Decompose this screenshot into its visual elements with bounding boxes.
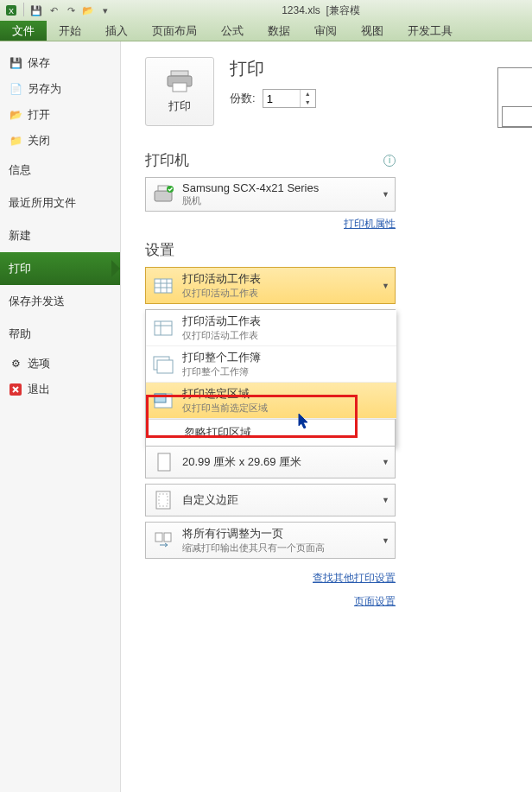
page-setup-link[interactable]: 页面设置 <box>145 594 396 609</box>
print-title: 打印 <box>230 57 316 80</box>
workbook-icon <box>151 352 175 377</box>
scaling-icon <box>151 529 175 553</box>
svg-rect-3 <box>171 71 188 76</box>
svg-rect-25 <box>164 533 171 542</box>
tab-formulas[interactable]: 公式 <box>209 21 256 41</box>
svg-rect-14 <box>155 321 172 335</box>
settings-section-title: 设置 <box>145 240 396 260</box>
qat-dropdown-icon[interactable]: ▾ <box>98 3 113 18</box>
svg-rect-9 <box>155 279 172 293</box>
saveas-icon: 📄 <box>9 82 22 96</box>
chevron-down-icon: ▼ <box>382 536 390 545</box>
close-icon: 📁 <box>9 134 22 148</box>
copies-spinner[interactable]: ▲▼ <box>263 89 316 108</box>
spinner-up-icon[interactable]: ▲ <box>301 90 315 98</box>
tab-file[interactable]: 文件 <box>0 21 47 41</box>
margins-dropdown[interactable]: 自定义边距 ▼ <box>145 484 396 516</box>
other-settings-link[interactable]: 查找其他打印设置 <box>145 571 396 586</box>
nav-close[interactable]: 📁关闭 <box>0 128 120 154</box>
window-title: 1234.xls [兼容模 <box>113 3 529 18</box>
info-icon[interactable]: i <box>383 155 396 167</box>
nav-recent[interactable]: 最近所用文件 <box>0 187 120 219</box>
app-icon[interactable]: X <box>3 3 19 18</box>
svg-rect-21 <box>158 453 170 471</box>
printer-section-title: 打印机i <box>145 150 396 170</box>
svg-rect-24 <box>155 533 162 542</box>
svg-rect-20 <box>155 394 166 402</box>
printer-icon <box>164 69 195 93</box>
nav-exit[interactable]: 退出 <box>0 377 120 402</box>
nav-open[interactable]: 📂打开 <box>0 102 120 128</box>
tab-review[interactable]: 审阅 <box>302 21 349 41</box>
margins-icon <box>151 488 175 512</box>
sheet-icon <box>151 316 175 340</box>
options-icon: ⚙ <box>9 357 22 371</box>
printer-device-icon <box>151 182 175 206</box>
chevron-down-icon: ▼ <box>382 190 390 199</box>
qat-undo-icon[interactable]: ↶ <box>46 3 61 18</box>
exit-icon <box>9 383 22 396</box>
copies-input[interactable] <box>263 92 300 105</box>
qat-open-icon[interactable]: 📂 <box>80 3 96 18</box>
tab-data[interactable]: 数据 <box>256 21 302 41</box>
nav-saveas[interactable]: 📄另存为 <box>0 76 120 102</box>
qat-save-icon[interactable]: 💾 <box>28 3 44 18</box>
scaling-dropdown[interactable]: 将所有行调整为一页缩减打印输出使其只有一个页面高 ▼ <box>145 522 396 559</box>
chevron-down-icon: ▼ <box>382 282 390 290</box>
nav-new[interactable]: 新建 <box>0 219 120 252</box>
svg-rect-18 <box>157 360 173 373</box>
tab-view[interactable]: 视图 <box>349 21 396 41</box>
chevron-down-icon: ▼ <box>382 458 390 466</box>
nav-help[interactable]: 帮助 <box>0 318 120 351</box>
save-icon: 💾 <box>9 56 22 70</box>
qat-redo-icon[interactable]: ↷ <box>63 3 79 18</box>
popup-opt-selection[interactable]: 打印选定区域仅打印当前选定区域 <box>146 383 396 419</box>
svg-text:X: X <box>9 7 14 16</box>
popup-opt-active-sheet[interactable]: 打印活动工作表仅打印活动工作表 <box>146 310 396 346</box>
nav-share[interactable]: 保存并发送 <box>0 285 120 318</box>
print-what-dropdown[interactable]: 打印活动工作表 仅打印活动工作表 ▼ <box>145 267 396 304</box>
popup-ignore-print-area[interactable]: 忽略打印区域 <box>146 419 395 446</box>
tab-insert[interactable]: 插入 <box>93 21 140 41</box>
tab-pagelayout[interactable]: 页面布局 <box>140 21 209 41</box>
chevron-down-icon: ▼ <box>382 496 390 504</box>
popup-opt-workbook[interactable]: 打印整个工作簿打印整个工作簿 <box>146 346 396 383</box>
paper-dropdown[interactable]: 20.99 厘米 x 29.69 厘米 ▼ <box>145 447 396 478</box>
printer-properties-link[interactable]: 打印机属性 <box>145 217 396 231</box>
copies-label: 份数: <box>230 91 256 106</box>
print-button[interactable]: 打印 <box>145 57 214 126</box>
nav-options[interactable]: ⚙选项 <box>0 351 120 377</box>
tab-home[interactable]: 开始 <box>47 21 93 41</box>
paper-icon <box>151 450 175 474</box>
sheet-icon <box>151 274 175 298</box>
nav-print[interactable]: 打印 <box>0 252 120 285</box>
nav-info[interactable]: 信息 <box>0 154 120 187</box>
svg-rect-5 <box>173 83 187 92</box>
tab-developer[interactable]: 开发工具 <box>396 21 465 41</box>
preview-pane-edge <box>497 67 532 128</box>
spinner-down-icon[interactable]: ▼ <box>301 98 315 107</box>
printer-dropdown[interactable]: Samsung SCX-4x21 Series 脱机 ▼ <box>145 177 396 212</box>
nav-save[interactable]: 💾保存 <box>0 50 120 76</box>
open-icon: 📂 <box>9 108 22 122</box>
cursor-icon <box>298 413 310 430</box>
print-what-popup: 打印活动工作表仅打印活动工作表 打印整个工作簿打印整个工作簿 打印选定区域仅打印… <box>145 309 396 447</box>
selection-icon <box>151 389 175 413</box>
